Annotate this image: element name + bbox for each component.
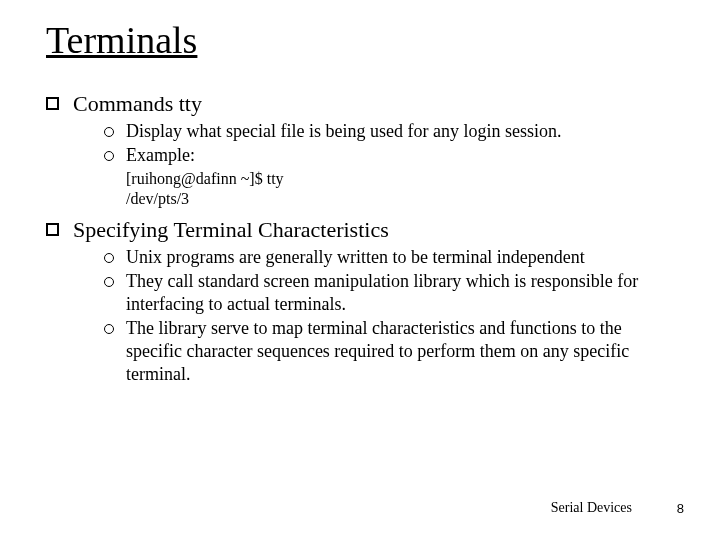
section-2-items: Unix programs are generally written to b… xyxy=(104,246,674,386)
footer-label: Serial Devices xyxy=(551,500,632,516)
list-item: Display what special file is being used … xyxy=(104,120,674,143)
section-2-item-0: Unix programs are generally written to b… xyxy=(126,246,585,269)
section-2-heading: Specifying Terminal Characteristics xyxy=(73,216,389,244)
code-example: [ruihong@dafinn ~]$ tty /dev/pts/3 xyxy=(126,169,674,211)
section-1-items: Display what special file is being used … xyxy=(104,120,674,167)
section-2-heading-row: Specifying Terminal Characteristics xyxy=(46,216,674,244)
page-number: 8 xyxy=(677,501,684,516)
section-1-item-1: Example: xyxy=(126,144,195,167)
list-item: Unix programs are generally written to b… xyxy=(104,246,674,269)
section-2-item-2: The library serve to map terminal charac… xyxy=(126,317,656,386)
list-item: They call standard screen manipulation l… xyxy=(104,270,674,316)
section-1: Commands tty Display what special file i… xyxy=(46,90,674,210)
square-bullet-icon xyxy=(46,97,59,110)
code-line-1: /dev/pts/3 xyxy=(126,189,674,210)
circle-bullet-icon xyxy=(104,277,114,287)
circle-bullet-icon xyxy=(104,253,114,263)
section-2-item-1: They call standard screen manipulation l… xyxy=(126,270,656,316)
square-bullet-icon xyxy=(46,223,59,236)
slide: Terminals Commands tty Display what spec… xyxy=(0,0,720,540)
slide-title: Terminals xyxy=(46,18,674,62)
code-line-0: [ruihong@dafinn ~]$ tty xyxy=(126,169,674,190)
section-1-heading: Commands tty xyxy=(73,90,202,118)
section-1-item-0: Display what special file is being used … xyxy=(126,120,561,143)
list-item: The library serve to map terminal charac… xyxy=(104,317,674,386)
circle-bullet-icon xyxy=(104,127,114,137)
circle-bullet-icon xyxy=(104,324,114,334)
list-item: Example: xyxy=(104,144,674,167)
section-2: Specifying Terminal Characteristics Unix… xyxy=(46,216,674,386)
circle-bullet-icon xyxy=(104,151,114,161)
section-1-heading-row: Commands tty xyxy=(46,90,674,118)
